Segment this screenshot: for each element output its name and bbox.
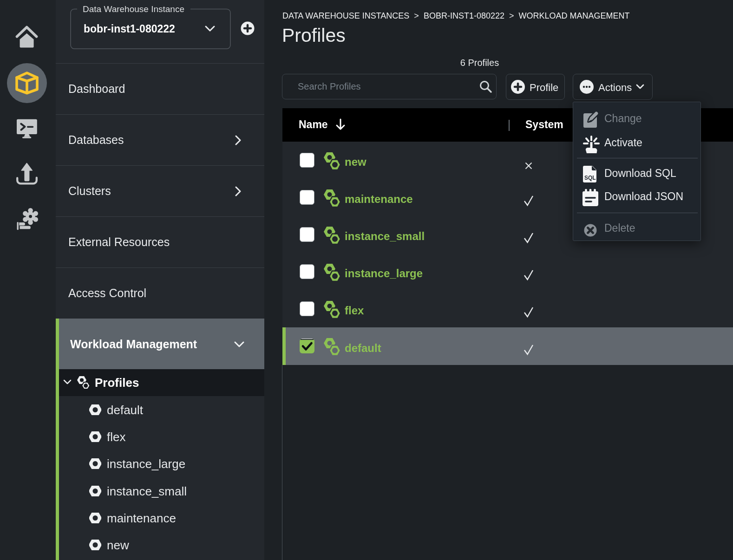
- svg-text:SQL: SQL: [584, 175, 596, 181]
- svg-text:bobr-inst1-080222: bobr-inst1-080222: [84, 23, 175, 35]
- svg-text:Data Warehouse Instance: Data Warehouse Instance: [83, 4, 184, 14]
